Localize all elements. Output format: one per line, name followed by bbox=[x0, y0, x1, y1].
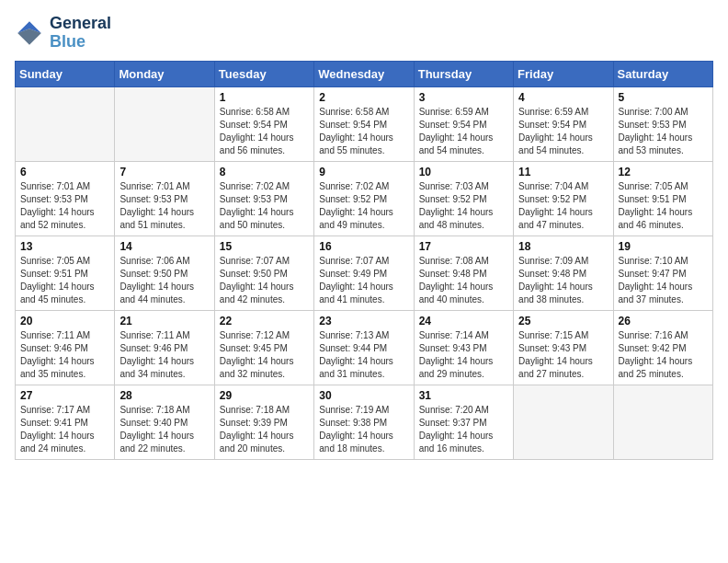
day-number: 25 bbox=[518, 315, 608, 327]
day-number: 30 bbox=[319, 389, 408, 402]
day-info: Sunrise: 7:05 AMSunset: 9:51 PMDaylight:… bbox=[619, 180, 708, 232]
day-info: Sunrise: 7:01 AMSunset: 9:53 PMDaylight:… bbox=[119, 180, 209, 232]
weekday-header-tuesday: Tuesday bbox=[214, 61, 313, 86]
calendar-cell: 21Sunrise: 7:11 AMSunset: 9:46 PMDayligh… bbox=[115, 310, 214, 385]
day-number: 5 bbox=[619, 91, 708, 104]
day-number: 3 bbox=[419, 91, 508, 104]
day-number: 28 bbox=[119, 389, 209, 402]
day-info: Sunrise: 7:17 AMSunset: 9:41 PMDaylight:… bbox=[20, 404, 109, 455]
day-number: 16 bbox=[319, 240, 408, 253]
calendar-cell bbox=[16, 86, 115, 161]
calendar-cell: 14Sunrise: 7:06 AMSunset: 9:50 PMDayligh… bbox=[115, 236, 214, 310]
calendar-cell: 10Sunrise: 7:03 AMSunset: 9:52 PMDayligh… bbox=[414, 161, 513, 236]
calendar-table: SundayMondayTuesdayWednesdayThursdayFrid… bbox=[15, 61, 713, 460]
day-info: Sunrise: 7:01 AMSunset: 9:53 PMDaylight:… bbox=[20, 180, 109, 232]
day-number: 31 bbox=[419, 389, 508, 402]
day-info: Sunrise: 7:13 AMSunset: 9:44 PMDaylight:… bbox=[319, 329, 408, 381]
day-number: 13 bbox=[20, 240, 109, 253]
day-info: Sunrise: 7:07 AMSunset: 9:49 PMDaylight:… bbox=[319, 255, 408, 306]
day-number: 2 bbox=[319, 91, 408, 104]
calendar-cell: 29Sunrise: 7:18 AMSunset: 9:39 PMDayligh… bbox=[214, 385, 313, 459]
day-number: 20 bbox=[20, 315, 109, 327]
day-info: Sunrise: 6:59 AMSunset: 9:54 PMDaylight:… bbox=[518, 106, 608, 157]
day-info: Sunrise: 7:12 AMSunset: 9:45 PMDaylight:… bbox=[220, 329, 309, 381]
calendar-cell: 17Sunrise: 7:08 AMSunset: 9:48 PMDayligh… bbox=[414, 236, 513, 310]
day-number: 22 bbox=[220, 315, 309, 327]
day-number: 4 bbox=[518, 91, 608, 104]
day-info: Sunrise: 7:11 AMSunset: 9:46 PMDaylight:… bbox=[20, 329, 109, 381]
logo-icon bbox=[15, 18, 44, 48]
day-number: 15 bbox=[220, 240, 309, 253]
calendar-cell: 7Sunrise: 7:01 AMSunset: 9:53 PMDaylight… bbox=[115, 161, 214, 236]
calendar-cell: 15Sunrise: 7:07 AMSunset: 9:50 PMDayligh… bbox=[214, 236, 313, 310]
logo-text: General Blue bbox=[50, 15, 111, 52]
weekday-header-friday: Friday bbox=[514, 61, 613, 86]
calendar-cell: 23Sunrise: 7:13 AMSunset: 9:44 PMDayligh… bbox=[314, 310, 414, 385]
day-number: 27 bbox=[20, 389, 109, 402]
day-info: Sunrise: 7:10 AMSunset: 9:47 PMDaylight:… bbox=[619, 255, 708, 306]
day-info: Sunrise: 7:20 AMSunset: 9:37 PMDaylight:… bbox=[419, 404, 508, 455]
weekday-header-sunday: Sunday bbox=[16, 61, 115, 86]
calendar-cell: 31Sunrise: 7:20 AMSunset: 9:37 PMDayligh… bbox=[414, 385, 513, 459]
day-number: 10 bbox=[419, 166, 508, 178]
day-number: 1 bbox=[220, 91, 309, 104]
day-info: Sunrise: 7:02 AMSunset: 9:52 PMDaylight:… bbox=[319, 180, 408, 232]
day-number: 6 bbox=[20, 166, 109, 178]
day-info: Sunrise: 6:59 AMSunset: 9:54 PMDaylight:… bbox=[419, 106, 508, 157]
calendar-cell: 24Sunrise: 7:14 AMSunset: 9:43 PMDayligh… bbox=[414, 310, 513, 385]
calendar-cell: 6Sunrise: 7:01 AMSunset: 9:53 PMDaylight… bbox=[16, 161, 115, 236]
calendar-cell: 5Sunrise: 7:00 AMSunset: 9:53 PMDaylight… bbox=[613, 86, 712, 161]
day-number: 11 bbox=[518, 166, 608, 178]
calendar-cell: 18Sunrise: 7:09 AMSunset: 9:48 PMDayligh… bbox=[514, 236, 613, 310]
calendar-cell bbox=[514, 385, 613, 459]
calendar-cell: 1Sunrise: 6:58 AMSunset: 9:54 PMDaylight… bbox=[214, 86, 313, 161]
day-info: Sunrise: 7:02 AMSunset: 9:53 PMDaylight:… bbox=[220, 180, 309, 232]
page-header: General Blue bbox=[15, 15, 713, 52]
day-number: 9 bbox=[319, 166, 408, 178]
weekday-header-row: SundayMondayTuesdayWednesdayThursdayFrid… bbox=[16, 61, 713, 86]
calendar-cell: 16Sunrise: 7:07 AMSunset: 9:49 PMDayligh… bbox=[314, 236, 414, 310]
day-info: Sunrise: 7:00 AMSunset: 9:53 PMDaylight:… bbox=[619, 106, 708, 157]
day-info: Sunrise: 7:08 AMSunset: 9:48 PMDaylight:… bbox=[419, 255, 508, 306]
calendar-cell: 3Sunrise: 6:59 AMSunset: 9:54 PMDaylight… bbox=[414, 86, 513, 161]
day-info: Sunrise: 7:18 AMSunset: 9:39 PMDaylight:… bbox=[220, 404, 309, 455]
calendar-week-1: 1Sunrise: 6:58 AMSunset: 9:54 PMDaylight… bbox=[16, 86, 713, 161]
day-number: 17 bbox=[419, 240, 508, 253]
weekday-header-saturday: Saturday bbox=[613, 61, 712, 86]
calendar-cell: 9Sunrise: 7:02 AMSunset: 9:52 PMDaylight… bbox=[314, 161, 414, 236]
day-info: Sunrise: 7:05 AMSunset: 9:51 PMDaylight:… bbox=[20, 255, 109, 306]
calendar-cell bbox=[613, 385, 712, 459]
day-number: 8 bbox=[220, 166, 309, 178]
day-info: Sunrise: 7:19 AMSunset: 9:38 PMDaylight:… bbox=[319, 404, 408, 455]
calendar-week-4: 20Sunrise: 7:11 AMSunset: 9:46 PMDayligh… bbox=[16, 310, 713, 385]
calendar-cell: 12Sunrise: 7:05 AMSunset: 9:51 PMDayligh… bbox=[613, 161, 712, 236]
day-number: 29 bbox=[220, 389, 309, 402]
day-number: 12 bbox=[619, 166, 708, 178]
calendar-cell: 25Sunrise: 7:15 AMSunset: 9:43 PMDayligh… bbox=[514, 310, 613, 385]
calendar-week-5: 27Sunrise: 7:17 AMSunset: 9:41 PMDayligh… bbox=[16, 385, 713, 459]
logo: General Blue bbox=[15, 15, 111, 52]
day-number: 14 bbox=[119, 240, 209, 253]
day-info: Sunrise: 7:18 AMSunset: 9:40 PMDaylight:… bbox=[119, 404, 209, 455]
calendar-cell: 27Sunrise: 7:17 AMSunset: 9:41 PMDayligh… bbox=[16, 385, 115, 459]
weekday-header-wednesday: Wednesday bbox=[314, 61, 414, 86]
day-info: Sunrise: 7:07 AMSunset: 9:50 PMDaylight:… bbox=[220, 255, 309, 306]
day-info: Sunrise: 7:14 AMSunset: 9:43 PMDaylight:… bbox=[419, 329, 508, 381]
calendar-cell: 22Sunrise: 7:12 AMSunset: 9:45 PMDayligh… bbox=[214, 310, 313, 385]
day-info: Sunrise: 6:58 AMSunset: 9:54 PMDaylight:… bbox=[220, 106, 309, 157]
calendar-cell: 19Sunrise: 7:10 AMSunset: 9:47 PMDayligh… bbox=[613, 236, 712, 310]
day-number: 26 bbox=[619, 315, 708, 327]
calendar-cell: 13Sunrise: 7:05 AMSunset: 9:51 PMDayligh… bbox=[16, 236, 115, 310]
day-number: 18 bbox=[518, 240, 608, 253]
calendar-cell: 11Sunrise: 7:04 AMSunset: 9:52 PMDayligh… bbox=[514, 161, 613, 236]
day-number: 19 bbox=[619, 240, 708, 253]
calendar-cell: 26Sunrise: 7:16 AMSunset: 9:42 PMDayligh… bbox=[613, 310, 712, 385]
day-info: Sunrise: 7:16 AMSunset: 9:42 PMDaylight:… bbox=[619, 329, 708, 381]
day-info: Sunrise: 7:09 AMSunset: 9:48 PMDaylight:… bbox=[518, 255, 608, 306]
day-info: Sunrise: 7:11 AMSunset: 9:46 PMDaylight:… bbox=[119, 329, 209, 381]
weekday-header-monday: Monday bbox=[115, 61, 214, 86]
day-number: 21 bbox=[119, 315, 209, 327]
calendar-cell: 2Sunrise: 6:58 AMSunset: 9:54 PMDaylight… bbox=[314, 86, 414, 161]
day-number: 23 bbox=[319, 315, 408, 327]
calendar-cell: 30Sunrise: 7:19 AMSunset: 9:38 PMDayligh… bbox=[314, 385, 414, 459]
